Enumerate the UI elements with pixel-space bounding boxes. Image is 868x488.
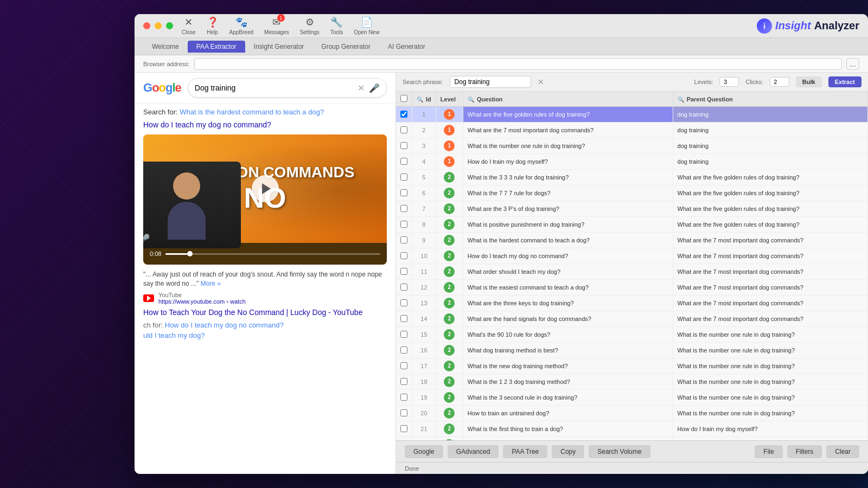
table-row[interactable]: 6 2 What is the 7 7 7 rule for dogs? Wha… (396, 185, 868, 201)
row-checkbox[interactable] (400, 409, 407, 416)
row-checkbox[interactable] (400, 174, 407, 181)
tab-insight-generator[interactable]: Insight Generator (245, 41, 313, 53)
row-checkbox[interactable] (400, 331, 407, 338)
close-tool[interactable]: ✕ Close (182, 16, 196, 35)
row-checkbox-cell[interactable] (396, 201, 412, 217)
table-row[interactable]: 2 1 What are the 7 most important dog co… (396, 123, 868, 138)
row-checkbox[interactable] (400, 205, 407, 212)
search-mic-button[interactable]: 🎤 (369, 83, 380, 93)
row-checkbox-cell[interactable] (396, 358, 412, 374)
minimize-button[interactable] (155, 22, 162, 29)
file-button[interactable]: File (755, 445, 782, 458)
row-checkbox-cell[interactable] (396, 296, 412, 311)
row-checkbox[interactable] (400, 221, 407, 228)
table-row[interactable]: 7 2 What are the 3 P's of dog training? … (396, 201, 868, 217)
table-row[interactable]: 1 1 What are the five golden rules of do… (396, 107, 868, 123)
browser-address-input[interactable] (194, 58, 842, 70)
row-checkbox[interactable] (400, 394, 407, 401)
extract-button[interactable]: Extract (828, 76, 861, 87)
row-checkbox-cell[interactable] (396, 185, 412, 201)
video-play-button[interactable] (252, 175, 279, 202)
settings-tool[interactable]: ⚙ Settings (300, 16, 320, 35)
table-row[interactable]: 8 2 What is positive punishment in dog t… (396, 217, 868, 233)
close-button[interactable] (143, 22, 150, 29)
col-level[interactable]: Level (436, 92, 463, 107)
row-checkbox[interactable] (400, 362, 407, 369)
google-button[interactable]: Google (405, 445, 443, 458)
row-checkbox-cell[interactable] (396, 170, 412, 185)
row-checkbox[interactable] (400, 126, 407, 133)
result-link[interactable]: How to Teach Your Dog the No Command | L… (143, 308, 362, 317)
table-row[interactable]: 3 1 What is the number one rule in dog t… (396, 138, 868, 154)
messages-tool[interactable]: ✉ 1 Messages (264, 16, 289, 35)
search-phrase-input[interactable] (450, 76, 531, 88)
how-do-i-question[interactable]: How do I teach my dog no command? (143, 120, 387, 129)
maximize-button[interactable] (166, 22, 173, 29)
table-row[interactable]: 4 1 How do I train my dog myself? dog tr… (396, 154, 868, 170)
table-row[interactable]: 13 2 What are the three keys to dog trai… (396, 296, 868, 311)
row-checkbox-cell[interactable] (396, 154, 412, 170)
table-row[interactable]: 10 2 How do I teach my dog no command? W… (396, 248, 868, 264)
row-checkbox[interactable] (400, 111, 407, 118)
row-checkbox[interactable] (400, 236, 407, 243)
row-checkbox[interactable] (400, 189, 407, 196)
row-checkbox[interactable] (400, 299, 407, 306)
row-checkbox-cell[interactable] (396, 374, 412, 390)
search-clear-button[interactable]: ✕ (358, 83, 365, 93)
col-id[interactable]: 🔍 Id (412, 92, 436, 107)
tab-welcome[interactable]: Welcome (143, 41, 188, 53)
row-checkbox[interactable] (400, 378, 407, 385)
progress-track[interactable] (165, 253, 380, 255)
appbreed-tool[interactable]: 🐾 AppBreed (229, 16, 253, 35)
row-checkbox-cell[interactable] (396, 390, 412, 406)
row-checkbox-cell[interactable] (396, 280, 412, 296)
row-checkbox-cell[interactable] (396, 233, 412, 248)
table-row[interactable]: 11 2 What order should I teach my dog? W… (396, 264, 868, 280)
clicks-input[interactable] (770, 77, 789, 87)
search-for-link[interactable]: What is the hardest command to teach a d… (180, 108, 324, 116)
tab-ai-generator[interactable]: AI Generator (379, 41, 434, 53)
row-checkbox-cell[interactable] (396, 406, 412, 421)
clear-search-button[interactable]: ✕ (538, 78, 544, 86)
select-all-checkbox[interactable] (400, 95, 407, 102)
row-checkbox[interactable] (400, 158, 407, 165)
col-parent[interactable]: 🔍 Parent Question (673, 92, 867, 107)
google-search-input[interactable] (195, 84, 353, 92)
row-checkbox[interactable] (400, 425, 407, 432)
clear-button[interactable]: Clear (826, 445, 859, 458)
levels-input[interactable] (719, 77, 739, 87)
bulk-button[interactable]: Bulk (796, 76, 822, 87)
search-volume-button[interactable]: Search Volume (589, 445, 650, 458)
row-checkbox-cell[interactable] (396, 264, 412, 280)
row-checkbox-cell[interactable] (396, 311, 412, 327)
row-checkbox-cell[interactable] (396, 421, 412, 437)
table-row[interactable]: 9 2 What is the hardest command to teach… (396, 233, 868, 248)
tab-group-generator[interactable]: Group Generator (312, 41, 379, 53)
table-row[interactable]: 18 2 What is the 1 2 3 dog training meth… (396, 374, 868, 390)
row-checkbox[interactable] (400, 315, 407, 322)
table-container[interactable]: 🔍 Id Level 🔍 Question 🔍 Parent Question … (396, 92, 868, 440)
row-checkbox-cell[interactable] (396, 107, 412, 123)
table-row[interactable]: 21 2 What is the first thing to train a … (396, 421, 868, 437)
table-row[interactable]: 14 2 What are the hand signals for dog c… (396, 311, 868, 327)
open-new-tool[interactable]: 📄 Open New (354, 16, 379, 35)
row-checkbox-cell[interactable] (396, 248, 412, 264)
help-tool[interactable]: ❓ Help (207, 16, 219, 35)
table-row[interactable]: 12 2 What is the easiest command to teac… (396, 280, 868, 296)
tab-paa-extractor[interactable]: PAA Extractor (188, 41, 245, 53)
row-checkbox[interactable] (400, 252, 407, 259)
row-checkbox-cell[interactable] (396, 138, 412, 154)
google-content[interactable]: Search for: What is the hardest command … (135, 104, 395, 474)
row-checkbox[interactable] (400, 268, 407, 275)
search-for-bottom-link[interactable]: How do I teach my dog no command? (165, 321, 284, 329)
more-link[interactable]: More » (201, 280, 221, 287)
row-checkbox[interactable] (400, 284, 407, 291)
tools-tool[interactable]: 🔧 Tools (330, 16, 343, 35)
table-row[interactable]: 5 2 What is the 3 3 3 rule for dog train… (396, 170, 868, 185)
copy-button[interactable]: Copy (552, 445, 584, 458)
gadvanced-button[interactable]: GAdvanced (448, 445, 499, 458)
table-row[interactable]: 15 2 What's the 90 10 rule for dogs? Wha… (396, 327, 868, 343)
table-row[interactable]: 20 2 How to train an untrained dog? What… (396, 406, 868, 421)
row-checkbox-cell[interactable] (396, 343, 412, 358)
row-checkbox[interactable] (400, 142, 407, 149)
